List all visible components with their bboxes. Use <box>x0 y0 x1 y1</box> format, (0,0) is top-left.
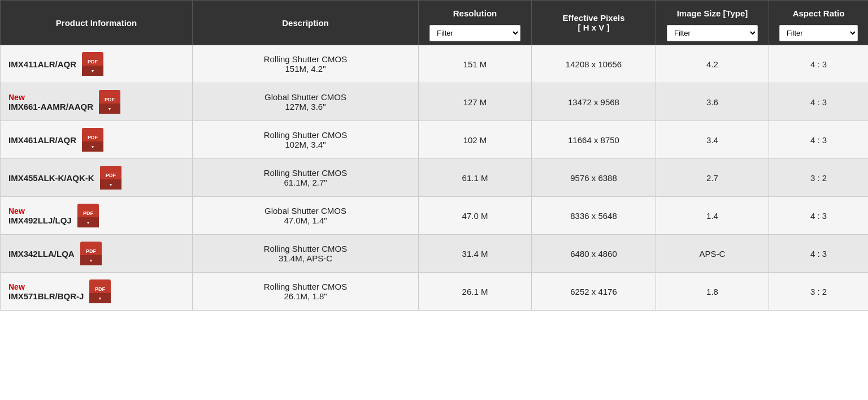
aspect-ratio-cell: 3 : 2 <box>769 159 869 197</box>
pixels-cell: 6252 x 4176 <box>532 273 656 311</box>
resolution-cell: 31.4 M <box>419 235 532 273</box>
description-cell: Rolling Shutter CMOS151M, 4.2" <box>193 45 419 83</box>
header-resolution: Resolution <box>419 1 532 22</box>
description-line2: 102M, 3.4" <box>285 140 326 149</box>
product-name: IMX411ALR/AQR <box>8 59 76 69</box>
description-cell: Rolling Shutter CMOS61.1M, 2.7" <box>193 159 419 197</box>
image-size-cell: 4.2 <box>656 45 769 83</box>
svg-text:▼: ▼ <box>108 107 112 111</box>
table-row: IMX411ALR/AQR PDF ▼ Rolling Shutter CMOS… <box>1 45 869 83</box>
description-line2: 47.0M, 1.4" <box>284 216 327 225</box>
description-cell: Rolling Shutter CMOS102M, 3.4" <box>193 121 419 159</box>
header-aspect-ratio: Aspect Ratio <box>769 1 869 22</box>
svg-text:PDF: PDF <box>83 210 94 216</box>
svg-text:PDF: PDF <box>106 173 116 178</box>
header-effective-pixels: Effective Pixels [ H x V ] <box>532 1 656 45</box>
description-line2: 31.4M, APS-C <box>279 253 332 263</box>
aspect-ratio-cell: 4 : 3 <box>769 121 869 159</box>
product-name: IMX342LLA/LQA <box>8 249 75 259</box>
product-name: IMX571BLR/BQR-J <box>8 291 84 301</box>
image-size-cell: 2.7 <box>656 159 769 197</box>
aspect-ratio-cell: 4 : 3 <box>769 197 869 235</box>
pixels-cell: 9576 x 6388 <box>532 159 656 197</box>
description-line1: Rolling Shutter CMOS <box>264 282 348 291</box>
description-line2: 127M, 3.6" <box>285 102 326 111</box>
product-cell: NewIMX492LLJ/LQJ PDF ▼ <box>1 197 193 235</box>
header-image-size: Image Size [Type] <box>656 1 769 22</box>
pixels-cell: 14208 x 10656 <box>532 45 656 83</box>
description-line1: Rolling Shutter CMOS <box>264 54 348 64</box>
description-cell: Rolling Shutter CMOS26.1M, 1.8" <box>193 273 419 311</box>
pdf-icon[interactable]: PDF ▼ <box>99 90 120 114</box>
image-size-cell: 3.4 <box>656 121 769 159</box>
svg-text:▼: ▼ <box>91 145 95 149</box>
resolution-cell: 127 M <box>419 83 532 121</box>
aspect-ratio-cell: 4 : 3 <box>769 235 869 273</box>
resolution-cell: 47.0 M <box>419 197 532 235</box>
product-cell: IMX342LLA/LQA PDF ▼ <box>1 235 193 273</box>
pdf-icon[interactable]: PDF ▼ <box>100 166 121 190</box>
description-cell: Rolling Shutter CMOS31.4M, APS-C <box>193 235 419 273</box>
description-line1: Global Shutter CMOS <box>264 92 346 102</box>
svg-text:PDF: PDF <box>88 59 98 64</box>
aspect-ratio-filter[interactable]: Filter <box>779 25 858 41</box>
pdf-icon[interactable]: PDF ▼ <box>82 128 103 152</box>
aspect-ratio-cell: 4 : 3 <box>769 45 869 83</box>
new-badge: New <box>8 207 72 216</box>
description-cell: Global Shutter CMOS47.0M, 1.4" <box>193 197 419 235</box>
product-name: IMX455ALK-K/AQK-K <box>8 173 94 183</box>
description-line2: 61.1M, 2.7" <box>284 178 327 187</box>
product-name: IMX661-AAMR/AAQR <box>8 102 93 111</box>
pixels-cell: 8336 x 5648 <box>532 197 656 235</box>
image-size-filter-cell: Filter <box>656 21 769 45</box>
pdf-icon[interactable]: PDF ▼ <box>89 279 111 303</box>
pdf-icon[interactable]: PDF ▼ <box>80 242 102 265</box>
product-name: IMX492LLJ/LQJ <box>8 216 72 225</box>
svg-text:PDF: PDF <box>86 248 97 254</box>
table-row: NewIMX571BLR/BQR-J PDF ▼ Rolling Shutter… <box>1 273 869 311</box>
pdf-icon[interactable]: PDF ▼ <box>82 52 103 76</box>
product-name: IMX461ALR/AQR <box>8 135 76 145</box>
product-table: Product Information Description Resoluti… <box>0 0 868 311</box>
aspect-ratio-filter-cell: Filter <box>769 21 869 45</box>
image-size-cell: 3.6 <box>656 83 769 121</box>
resolution-cell: 102 M <box>419 121 532 159</box>
table-row: NewIMX492LLJ/LQJ PDF ▼ Global Shutter CM… <box>1 197 869 235</box>
svg-text:▼: ▼ <box>89 259 93 263</box>
pdf-icon[interactable]: PDF ▼ <box>77 204 99 227</box>
aspect-ratio-cell: 4 : 3 <box>769 83 869 121</box>
product-cell: IMX455ALK-K/AQK-K PDF ▼ <box>1 159 193 197</box>
svg-text:PDF: PDF <box>105 97 115 102</box>
product-cell: IMX411ALR/AQR PDF ▼ <box>1 45 193 83</box>
product-cell: NewIMX661-AAMR/AAQR PDF ▼ <box>1 83 193 121</box>
description-line2: 151M, 4.2" <box>285 64 326 74</box>
image-size-cell: 1.8 <box>656 273 769 311</box>
image-size-cell: 1.4 <box>656 197 769 235</box>
svg-text:▼: ▼ <box>86 221 90 225</box>
description-line2: 26.1M, 1.8" <box>284 291 327 301</box>
resolution-cell: 61.1 M <box>419 159 532 197</box>
description-line1: Global Shutter CMOS <box>264 206 346 216</box>
header-description: Description <box>193 1 419 45</box>
pixels-cell: 11664 x 8750 <box>532 121 656 159</box>
table-row: IMX342LLA/LQA PDF ▼ Rolling Shutter CMOS… <box>1 235 869 273</box>
table-row: NewIMX661-AAMR/AAQR PDF ▼ Global Shutter… <box>1 83 869 121</box>
svg-text:▼: ▼ <box>91 69 95 73</box>
header-product: Product Information <box>1 1 193 45</box>
image-size-filter[interactable]: Filter <box>667 25 758 41</box>
svg-text:▼: ▼ <box>108 183 112 187</box>
svg-text:PDF: PDF <box>95 286 106 292</box>
table-row: IMX461ALR/AQR PDF ▼ Rolling Shutter CMOS… <box>1 121 869 159</box>
description-line1: Rolling Shutter CMOS <box>264 168 348 178</box>
image-size-cell: APS-C <box>656 235 769 273</box>
resolution-filter-cell: Filter <box>419 21 532 45</box>
aspect-ratio-cell: 3 : 2 <box>769 273 869 311</box>
table-row: IMX455ALK-K/AQK-K PDF ▼ Rolling Shutter … <box>1 159 869 197</box>
resolution-filter[interactable]: Filter <box>429 25 520 41</box>
resolution-cell: 151 M <box>419 45 532 83</box>
product-cell: NewIMX571BLR/BQR-J PDF ▼ <box>1 273 193 311</box>
new-badge: New <box>8 282 84 291</box>
description-line1: Rolling Shutter CMOS <box>264 130 348 140</box>
pixels-cell: 13472 x 9568 <box>532 83 656 121</box>
description-cell: Global Shutter CMOS127M, 3.6" <box>193 83 419 121</box>
